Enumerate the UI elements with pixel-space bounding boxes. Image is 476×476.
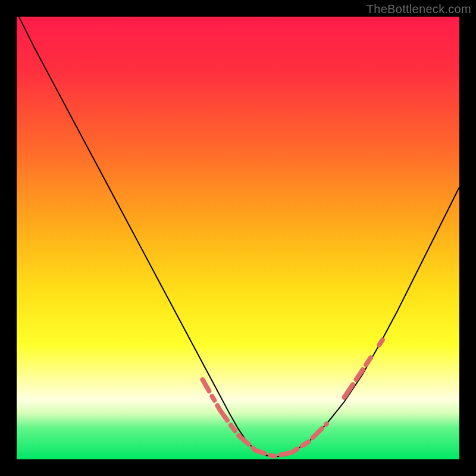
watermark-text: TheBottleneck.com (367, 2, 471, 16)
bottleneck-chart (0, 0, 476, 476)
chart-frame: TheBottleneck.com (0, 0, 476, 476)
chart-gradient-bg (17, 17, 459, 459)
